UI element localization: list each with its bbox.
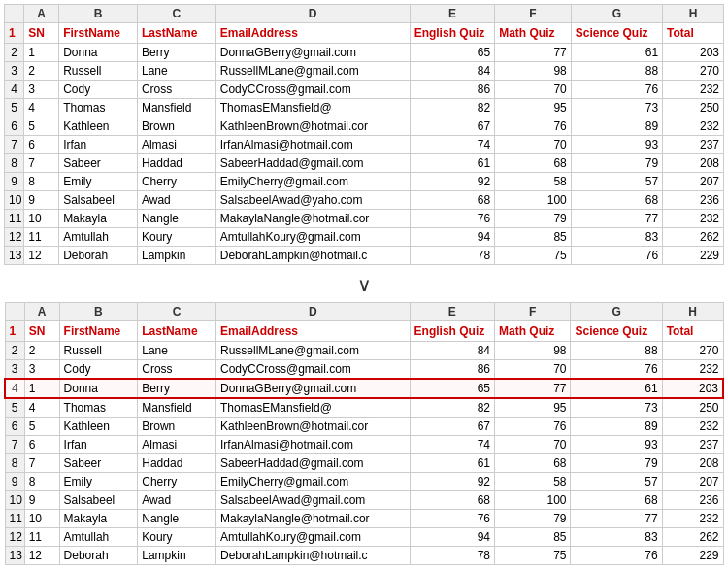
science-cell: 73	[571, 398, 662, 418]
lastname-cell: Cross	[137, 81, 215, 99]
email-cell: RussellMLane@gmail.com	[215, 342, 410, 360]
row-num-cell: 7	[5, 436, 24, 454]
table-row: 1312DeborahLampkinDeborahLampkin@hotmail…	[5, 547, 723, 565]
col-F-bottom: F	[495, 303, 571, 321]
header-science-bottom: Science Quiz	[571, 321, 662, 342]
science-cell: 79	[571, 154, 662, 173]
lastname-cell: Koury	[137, 228, 215, 247]
math-cell: 85	[495, 528, 571, 547]
email-cell: IrfanAlmasi@hotmail.com	[215, 436, 410, 454]
total-cell: 229	[663, 247, 724, 265]
email-cell: MakaylaNangle@hotmail.cor	[215, 210, 410, 228]
math-cell: 79	[495, 210, 572, 228]
firstname-cell: Kathleen	[59, 117, 138, 136]
sn-cell: 1	[24, 44, 59, 62]
email-cell: SalsabeelAwad@yaho.com	[215, 191, 410, 210]
lastname-cell: Mansfield	[138, 398, 216, 418]
sn-cell: 1	[24, 379, 59, 398]
email-cell: EmilyCherry@gmail.com	[215, 173, 410, 191]
science-cell: 73	[571, 99, 662, 117]
lastname-cell: Cross	[138, 360, 216, 380]
math-cell: 68	[495, 154, 572, 173]
total-cell: 237	[662, 436, 723, 454]
firstname-cell: Deborah	[59, 547, 138, 565]
table-row: 41DonnaBerryDonnaGBerry@gmail.com6577612…	[5, 379, 723, 398]
row-num-cell: 12	[5, 528, 24, 547]
firstname-cell: Donna	[59, 379, 138, 398]
total-cell: 262	[663, 228, 724, 247]
sn-cell: 7	[24, 154, 59, 173]
col-letters-row-top: A B C D E F G H	[5, 5, 724, 23]
total-cell: 270	[662, 342, 723, 360]
top-table: A B C D E F G H 1 SN FirstName LastName …	[4, 4, 724, 265]
firstname-cell: Salsabeel	[59, 491, 138, 510]
english-cell: 78	[410, 247, 495, 265]
table-row: 87SabeerHaddadSabeerHaddad@gmail.com6168…	[5, 454, 723, 473]
row-num-cell: 9	[5, 473, 24, 491]
col-G-bottom: G	[571, 303, 662, 321]
math-cell: 85	[495, 228, 572, 247]
table-row: 76IrfanAlmasiIrfanAlmasi@hotmail.com7470…	[5, 436, 723, 454]
firstname-cell: Thomas	[59, 398, 138, 418]
sn-cell: 6	[24, 136, 59, 154]
table-row: 22RussellLaneRussellMLane@gmail.com84988…	[5, 342, 723, 360]
total-cell: 203	[663, 44, 724, 62]
firstname-cell: Russell	[59, 62, 138, 81]
table-row: 87SabeerHaddadSabeerHaddad@gmail.com6168…	[5, 154, 724, 173]
math-cell: 68	[495, 454, 571, 473]
row-num-header-bottom: 1	[5, 321, 24, 342]
arrow-indicator: ∨	[4, 267, 724, 302]
math-cell: 70	[495, 436, 571, 454]
lastname-cell: Awad	[138, 491, 216, 510]
science-cell: 76	[571, 547, 662, 565]
table-row: 65KathleenBrownKathleenBrown@hotmail.cor…	[5, 418, 723, 436]
row-num-cell: 12	[5, 228, 24, 247]
english-cell: 92	[410, 473, 494, 491]
lastname-cell: Lane	[137, 62, 215, 81]
lastname-cell: Brown	[138, 418, 216, 436]
science-cell: 88	[571, 342, 662, 360]
english-cell: 76	[410, 510, 494, 528]
science-cell: 76	[571, 360, 662, 380]
science-cell: 76	[571, 81, 662, 99]
firstname-cell: Thomas	[59, 99, 138, 117]
math-cell: 75	[495, 247, 572, 265]
email-cell: DeborahLampkin@hotmail.c	[215, 547, 410, 565]
row-num-cell: 8	[5, 154, 24, 173]
science-cell: 76	[571, 247, 662, 265]
math-cell: 79	[495, 510, 571, 528]
english-cell: 61	[410, 454, 494, 473]
sn-cell: 7	[24, 454, 59, 473]
email-cell: DeborahLampkin@hotmail.c	[215, 247, 410, 265]
row-num-cell: 11	[5, 210, 24, 228]
row-num-cell: 5	[5, 99, 24, 117]
top-table-body: 21DonnaBerryDonnaGBerry@gmail.com6577612…	[5, 44, 724, 265]
row-num-cell: 9	[5, 173, 24, 191]
bottom-table: A B C D E F G H 1 SN FirstName LastName …	[4, 302, 724, 565]
lastname-cell: Koury	[138, 528, 216, 547]
total-cell: 207	[662, 473, 723, 491]
firstname-cell: Irfan	[59, 136, 138, 154]
row-num-cell: 6	[5, 418, 24, 436]
english-cell: 67	[410, 418, 494, 436]
bottom-table-body: 22RussellLaneRussellMLane@gmail.com84988…	[5, 342, 723, 565]
email-cell: CodyCCross@gmail.com	[215, 360, 410, 380]
english-cell: 84	[410, 342, 494, 360]
sn-cell: 3	[24, 360, 59, 380]
col-E-bottom: E	[410, 303, 494, 321]
header-sn-top: SN	[24, 23, 59, 44]
lastname-cell: Haddad	[138, 454, 216, 473]
email-cell: MakaylaNangle@hotmail.cor	[215, 510, 410, 528]
english-cell: 94	[410, 528, 494, 547]
row-num-cell: 4	[5, 81, 24, 99]
top-table-wrapper: A B C D E F G H 1 SN FirstName LastName …	[4, 4, 724, 265]
english-cell: 65	[410, 379, 494, 398]
firstname-cell: Russell	[59, 342, 138, 360]
table-row: 98EmilyCherryEmilyCherry@gmail.com925857…	[5, 173, 724, 191]
total-cell: 250	[662, 398, 723, 418]
english-cell: 86	[410, 360, 494, 380]
sn-cell: 12	[24, 547, 59, 565]
total-cell: 208	[662, 454, 723, 473]
math-cell: 58	[495, 173, 572, 191]
total-cell: 232	[662, 510, 723, 528]
